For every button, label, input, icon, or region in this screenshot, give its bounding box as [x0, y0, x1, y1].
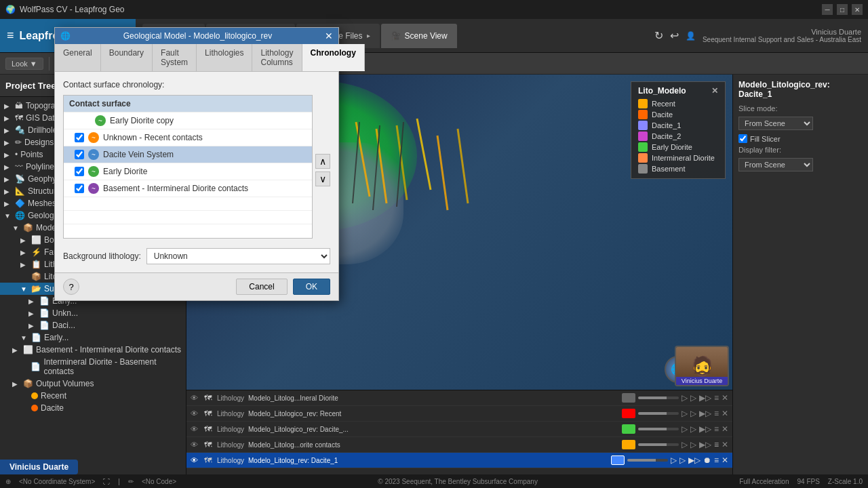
layer-close-4[interactable]: ✕	[722, 455, 728, 465]
end-btn-2[interactable]: ▶▷	[699, 424, 711, 434]
play-btn-2[interactable]: ▷	[682, 424, 688, 434]
svg-line-6	[353, 122, 359, 203]
right-panel-title: Modelo_Litologico_rev: Dacite_1	[738, 80, 863, 99]
layer-eye-icon-4[interactable]: 👁	[191, 456, 198, 464]
legend-close-btn[interactable]: ✕	[711, 86, 718, 96]
ok-button[interactable]: OK	[293, 279, 330, 295]
layer-swatch-4	[611, 455, 625, 465]
settings-btn-1[interactable]: ≡	[714, 409, 719, 418]
rotate-icon[interactable]: ↩	[670, 29, 679, 42]
chron-check-4[interactable]	[75, 184, 84, 193]
chron-check-3[interactable]	[75, 167, 84, 176]
legend-swatch-basement	[638, 164, 648, 174]
layer-label-4: Lithology	[217, 457, 244, 464]
layer-slider-3[interactable]	[638, 443, 679, 446]
legend-item-intermineral: Intermineral Diorite	[638, 152, 718, 163]
end-btn-0[interactable]: ▶▷	[699, 393, 711, 403]
tab-lithologies[interactable]: Lithologies	[197, 44, 252, 71]
dialog[interactable]: 🌐 Geological Model - Modelo_litologico_r…	[54, 27, 339, 301]
layer-slider-1[interactable]	[638, 412, 679, 415]
chron-check-1[interactable]	[75, 133, 84, 142]
layer-close-0[interactable]: ✕	[722, 393, 728, 403]
layer-eye-icon-0[interactable]: 👁	[191, 394, 198, 402]
title-bar-left: 🌍 WolfPass CV - Leapfrog Geo	[5, 5, 125, 14]
chronology-list-box: Contact surface ~ Early Diorite copy ~	[63, 95, 313, 239]
record-btn-4[interactable]: ⏺	[703, 455, 711, 465]
play-btn-4[interactable]: ▷	[671, 455, 677, 465]
layer-controls-1: ▷ ▷ ▶▷ ≡ ✕	[622, 409, 728, 418]
tab-lithcols[interactable]: Lithology Columns	[252, 44, 302, 71]
bg-lithology-select[interactable]: Unknown	[146, 248, 330, 264]
legend-swatch-early-diorite	[638, 142, 648, 152]
zscale-value: Z-Scale 1.0	[828, 478, 863, 485]
next-btn-0[interactable]: ▷	[690, 393, 696, 403]
layer-eye-icon-1[interactable]: 👁	[191, 409, 198, 418]
play-btn-3[interactable]: ▷	[682, 440, 688, 449]
end-btn-3[interactable]: ▶▷	[699, 440, 711, 449]
bg-lithology-label: Background lithology:	[63, 251, 141, 261]
tree-item-recent[interactable]: Recent	[0, 390, 186, 402]
chron-item-3[interactable]: ~ Early Diorite	[64, 163, 312, 180]
layer-close-2[interactable]: ✕	[722, 424, 728, 434]
tree-item-basement[interactable]: ▶ ⬜ Basement - Intermineral Diorite cont…	[0, 344, 186, 356]
chron-icon-3: ~	[88, 166, 99, 177]
settings-btn-3[interactable]: ≡	[714, 440, 719, 449]
settings-btn-4[interactable]: ≡	[714, 455, 719, 465]
layer-list: 👁 🗺 Lithology Modelo_Litolog...Ineral Di…	[186, 390, 732, 488]
tab-general[interactable]: General	[55, 44, 101, 71]
chron-item-2[interactable]: ~ Dacite Vein System	[64, 146, 312, 163]
chron-check-2[interactable]	[75, 150, 84, 159]
tree-item-unkn[interactable]: ▶ 📄 Unkn...	[0, 307, 186, 319]
sync-icon[interactable]: ↻	[654, 29, 663, 42]
layer-eye-icon-3[interactable]: 👁	[191, 441, 198, 449]
close-button[interactable]: ✕	[852, 4, 863, 15]
next-btn-2[interactable]: ▷	[690, 424, 696, 434]
end-btn-4[interactable]: ▶▷	[688, 455, 701, 465]
layer-swatch-3	[622, 440, 635, 449]
minimize-button[interactable]: ─	[822, 4, 833, 15]
play-btn-1[interactable]: ▷	[682, 409, 688, 418]
settings-btn-2[interactable]: ≡	[714, 424, 719, 434]
layer-eye-icon-2[interactable]: 👁	[191, 425, 198, 433]
settings-btn-0[interactable]: ≡	[714, 393, 719, 403]
next-btn-3[interactable]: ▷	[690, 440, 696, 449]
layer-slider-4[interactable]	[627, 459, 668, 462]
status-bar: ⊕ <No Coordinate System> ⛶ | ✏ <No Code>…	[0, 474, 868, 488]
slice-mode-select[interactable]: From Scene	[738, 117, 813, 130]
cancel-button[interactable]: Cancel	[236, 279, 287, 295]
hamburger-icon[interactable]: ≡	[7, 28, 14, 43]
chron-item-4[interactable]: ~ Basement - Intermineral Diorite contac…	[64, 180, 312, 197]
expand-icon: ▶	[20, 249, 28, 256]
layer-close-1[interactable]: ✕	[722, 409, 728, 418]
end-btn-1[interactable]: ▶▷	[699, 409, 711, 418]
tab-boundary[interactable]: Boundary	[101, 44, 153, 71]
litholog-icon: 📋	[31, 260, 41, 269]
drillholes	[322, 115, 526, 321]
maximize-button[interactable]: □	[837, 4, 848, 15]
tab-faultsystem[interactable]: Fault System	[153, 44, 197, 71]
layer-close-3[interactable]: ✕	[722, 440, 728, 449]
next-btn-4[interactable]: ▷	[679, 455, 686, 465]
display-filter-select[interactable]: From Scene	[738, 158, 813, 171]
chron-down-button[interactable]: ∨	[315, 171, 330, 186]
chron-item-1[interactable]: ~ Unknown - Recent contacts	[64, 129, 312, 146]
tree-item-intermineral[interactable]: 📄 Intermineral Diorite - Basement contac…	[0, 356, 186, 378]
help-button[interactable]: ?	[63, 279, 79, 295]
layer-slider-2[interactable]	[638, 428, 679, 430]
tree-item-daci[interactable]: ▶ 📄 Daci...	[0, 319, 186, 331]
chron-up-button[interactable]: ∧	[315, 154, 330, 169]
next-btn-1[interactable]: ▷	[690, 409, 696, 418]
tree-item-output[interactable]: ▶ 📦 Output Volumes	[0, 378, 186, 390]
play-btn-0[interactable]: ▷	[682, 393, 688, 403]
tab-sceneview[interactable]: 🎥 Scene View	[381, 24, 457, 48]
layer-slider-0[interactable]	[638, 396, 679, 399]
fill-slicer-checkbox[interactable]	[738, 134, 747, 143]
tab-chronology[interactable]: Chronology	[302, 44, 365, 71]
dialog-close-button[interactable]: ✕	[325, 30, 333, 41]
chron-item-0[interactable]: ~ Early Diorite copy	[64, 113, 312, 129]
tree-item-dacite[interactable]: Dacite	[0, 402, 186, 414]
tree-item-early2[interactable]: ▼ 📄 Early...	[0, 331, 186, 344]
layer-controls-3: ▷ ▷ ▶▷ ≡ ✕	[622, 440, 728, 449]
look-button[interactable]: Look ▼	[5, 58, 43, 70]
expand-icon: ▶	[20, 237, 28, 244]
